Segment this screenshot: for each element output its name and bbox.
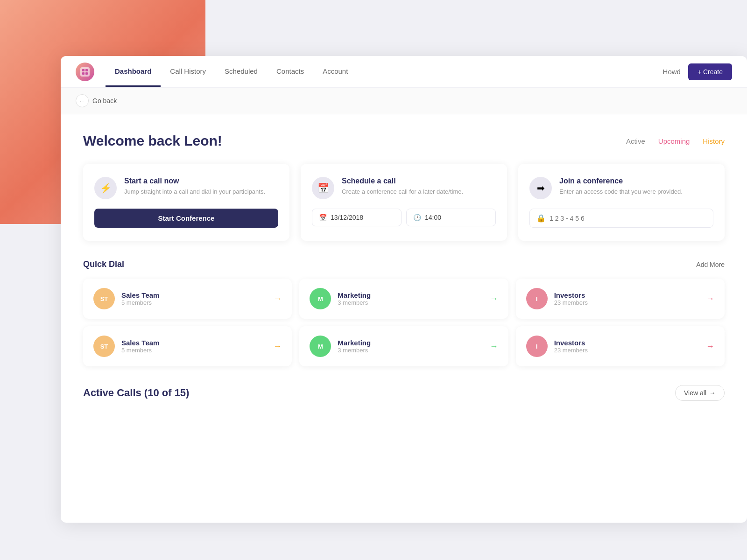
schedule-call-text: Schedule a call Create a conference call… bbox=[342, 177, 463, 196]
quick-dial-marketing-2[interactable]: M Marketing 3 members → bbox=[299, 326, 508, 366]
schedule-call-description: Create a conference call for a later dat… bbox=[342, 187, 463, 196]
marketing-arrow-1: → bbox=[490, 294, 498, 304]
marketing-members-1: 3 members bbox=[338, 299, 483, 306]
back-label: Go back bbox=[92, 97, 117, 105]
navbar: Dashboard Call History Scheduled Contact… bbox=[61, 56, 747, 88]
view-all-label: View all bbox=[684, 389, 706, 397]
quick-dial-section-header: Quick Dial Add More bbox=[83, 259, 725, 269]
marketing-avatar-1: M bbox=[310, 288, 331, 309]
greeting-text: Howd bbox=[663, 68, 681, 76]
marketing-members-2: 3 members bbox=[338, 347, 483, 354]
investors-name-2: Investors bbox=[554, 339, 699, 347]
welcome-title: Welcome back Leon! bbox=[83, 133, 222, 149]
start-call-card: ⚡ Start a call now Jump straight into a … bbox=[83, 164, 289, 241]
nav-call-history[interactable]: Call History bbox=[161, 57, 215, 87]
nav-right: Howd + Create bbox=[663, 63, 732, 80]
filter-history[interactable]: History bbox=[703, 137, 725, 145]
svg-rect-0 bbox=[82, 69, 85, 71]
lightning-icon: ⚡ bbox=[94, 177, 117, 199]
calendar-icon: 📅 bbox=[312, 177, 334, 199]
sales-team-members-2: 5 members bbox=[121, 347, 267, 354]
investors-avatar-2: I bbox=[526, 336, 548, 357]
sales-team-name-1: Sales Team bbox=[121, 291, 267, 299]
start-call-description: Jump straight into a call and dial in yo… bbox=[124, 187, 265, 196]
start-call-title: Start a call now bbox=[124, 177, 265, 185]
time-input[interactable]: 🕐 14:00 bbox=[406, 209, 496, 226]
investors-info-1: Investors 23 members bbox=[554, 291, 699, 306]
nav-scheduled[interactable]: Scheduled bbox=[215, 57, 267, 87]
access-code-field[interactable] bbox=[550, 215, 706, 222]
marketing-name-2: Marketing bbox=[338, 339, 483, 347]
time-value: 14:00 bbox=[425, 214, 441, 221]
create-button[interactable]: + Create bbox=[688, 63, 732, 80]
investors-arrow-2: → bbox=[706, 342, 714, 351]
filter-tabs: Active Upcoming History bbox=[626, 137, 725, 145]
marketing-arrow-2: → bbox=[490, 342, 498, 351]
quick-dial-investors-1[interactable]: I Investors 23 members → bbox=[516, 279, 725, 319]
marketing-info-2: Marketing 3 members bbox=[338, 339, 483, 354]
svg-rect-3 bbox=[85, 72, 88, 75]
main-content: Welcome back Leon! Active Upcoming Histo… bbox=[61, 114, 747, 420]
join-conference-header: ➡ Join a conference Enter an access code… bbox=[529, 177, 713, 199]
date-icon: 📅 bbox=[319, 214, 327, 221]
investors-arrow-1: → bbox=[706, 294, 714, 304]
time-icon: 🕐 bbox=[413, 214, 421, 221]
back-bar: ← Go back bbox=[61, 88, 747, 114]
quick-dial-investors-2[interactable]: I Investors 23 members → bbox=[516, 326, 725, 366]
quick-dial-sales-1[interactable]: ST Sales Team 5 members → bbox=[83, 279, 292, 319]
active-calls-header: Active Calls (10 of 15) View all → bbox=[83, 385, 725, 401]
logo-icon bbox=[80, 67, 90, 77]
join-conference-text: Join a conference Enter an access code t… bbox=[559, 177, 683, 196]
sales-team-arrow-2: → bbox=[273, 342, 282, 351]
access-code-input-box[interactable]: 🔒 bbox=[529, 209, 713, 228]
svg-rect-2 bbox=[82, 72, 85, 75]
quick-dial-grid: ST Sales Team 5 members → M Marketing 3 … bbox=[83, 279, 725, 366]
sales-team-info-2: Sales Team 5 members bbox=[121, 339, 267, 354]
marketing-avatar-2: M bbox=[310, 336, 331, 357]
sales-team-name-2: Sales Team bbox=[121, 339, 267, 347]
lock-icon: 🔒 bbox=[536, 214, 546, 223]
active-calls-title: Active Calls (10 of 15) bbox=[83, 387, 189, 399]
date-value: 13/12/2018 bbox=[331, 214, 363, 221]
back-arrow-icon: ← bbox=[76, 94, 89, 107]
investors-name-1: Investors bbox=[554, 291, 699, 299]
filter-upcoming[interactable]: Upcoming bbox=[658, 137, 690, 145]
join-icon: ➡ bbox=[529, 177, 552, 199]
welcome-header: Welcome back Leon! Active Upcoming Histo… bbox=[83, 133, 725, 149]
marketing-info-1: Marketing 3 members bbox=[338, 291, 483, 306]
view-all-button[interactable]: View all → bbox=[675, 385, 725, 401]
quick-dial-sales-2[interactable]: ST Sales Team 5 members → bbox=[83, 326, 292, 366]
quick-dial-title: Quick Dial bbox=[83, 259, 124, 269]
join-conference-card: ➡ Join a conference Enter an access code… bbox=[518, 164, 725, 241]
nav-links: Dashboard Call History Scheduled Contact… bbox=[106, 57, 663, 87]
sales-team-info-1: Sales Team 5 members bbox=[121, 291, 267, 306]
start-call-header: ⚡ Start a call now Jump straight into a … bbox=[94, 177, 278, 199]
join-conference-title: Join a conference bbox=[559, 177, 683, 185]
svg-rect-1 bbox=[85, 69, 88, 71]
join-conference-description: Enter an access code that you were provi… bbox=[559, 187, 683, 196]
date-input[interactable]: 📅 13/12/2018 bbox=[312, 209, 402, 226]
logo bbox=[76, 63, 94, 81]
schedule-call-card: 📅 Schedule a call Create a conference ca… bbox=[301, 164, 507, 241]
add-more-link[interactable]: Add More bbox=[696, 261, 725, 268]
start-conference-button[interactable]: Start Conference bbox=[94, 209, 278, 228]
filter-active[interactable]: Active bbox=[626, 137, 645, 145]
sales-team-avatar-1: ST bbox=[93, 288, 115, 309]
marketing-name-1: Marketing bbox=[338, 291, 483, 299]
schedule-call-header: 📅 Schedule a call Create a conference ca… bbox=[312, 177, 496, 199]
investors-info-2: Investors 23 members bbox=[554, 339, 699, 354]
quick-dial-marketing-1[interactable]: M Marketing 3 members → bbox=[299, 279, 508, 319]
investors-avatar-1: I bbox=[526, 288, 548, 309]
nav-dashboard[interactable]: Dashboard bbox=[106, 57, 161, 87]
view-all-arrow-icon: → bbox=[709, 389, 716, 397]
sales-team-avatar-2: ST bbox=[93, 336, 115, 357]
nav-account[interactable]: Account bbox=[313, 57, 357, 87]
investors-members-1: 23 members bbox=[554, 299, 699, 306]
investors-members-2: 23 members bbox=[554, 347, 699, 354]
nav-contacts[interactable]: Contacts bbox=[267, 57, 313, 87]
schedule-inputs: 📅 13/12/2018 🕐 14:00 bbox=[312, 209, 496, 226]
schedule-call-title: Schedule a call bbox=[342, 177, 463, 185]
back-button[interactable]: ← Go back bbox=[76, 94, 117, 107]
start-call-text: Start a call now Jump straight into a ca… bbox=[124, 177, 265, 196]
sales-team-members-1: 5 members bbox=[121, 299, 267, 306]
